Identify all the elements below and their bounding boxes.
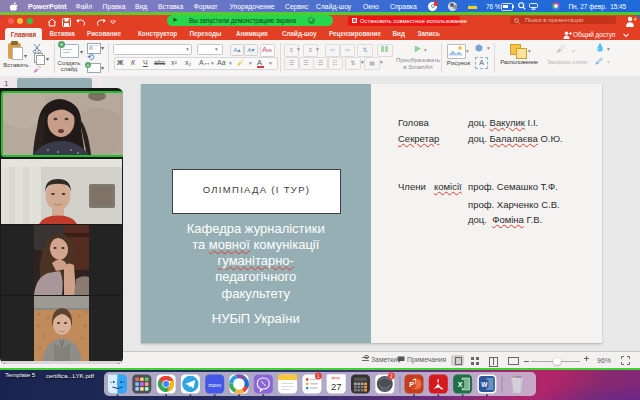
svg-text:1: 1 [317, 374, 320, 379]
svg-text:февр.: февр. [332, 375, 341, 379]
svg-text:zoom: zoom [208, 381, 221, 387]
svg-text:P: P [409, 380, 414, 387]
svg-text:27: 27 [331, 380, 342, 391]
svg-text:X: X [458, 380, 463, 387]
svg-text:2: 2 [390, 374, 393, 379]
svg-text:W: W [481, 380, 488, 387]
